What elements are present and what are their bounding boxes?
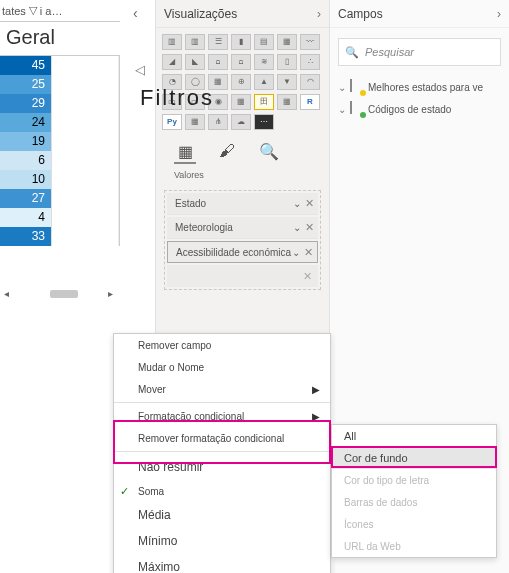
remove-field-icon[interactable]: ✕ [305, 221, 314, 234]
line-clustered-icon[interactable]: ⩍ [231, 54, 251, 70]
sort-icon: a… [45, 5, 62, 17]
slicer-icon[interactable]: ▦ [231, 94, 251, 110]
menu-remove-conditional-formatting[interactable]: Remover formatação condicional▶ [114, 427, 330, 449]
table-row[interactable]: 45 [0, 56, 119, 75]
check-icon: ✓ [120, 485, 129, 498]
line-column-icon[interactable]: ⩍ [208, 54, 228, 70]
stacked-area-icon[interactable]: ◣ [185, 54, 205, 70]
table-visual-icon[interactable]: 田 [254, 94, 274, 110]
collapse-viz-icon[interactable]: ‹ [133, 5, 149, 21]
r-visual-icon[interactable]: R [300, 94, 320, 110]
table-row[interactable]: 27 [0, 189, 119, 208]
focus-mode-icon[interactable]: ◁ [135, 62, 145, 77]
qa-icon[interactable]: ☁ [231, 114, 251, 130]
funnel-icon[interactable]: ▼ [277, 74, 297, 90]
table-entry-melhores[interactable]: ⌄ Melhores estados para ve [330, 76, 509, 98]
menu-rename[interactable]: Mudar o Nome [114, 356, 330, 378]
chevron-down-icon[interactable]: ⌄ [293, 198, 301, 209]
fieldwell-item-estado[interactable]: Estado ⌄✕ [167, 193, 318, 215]
multi-card-icon[interactable]: ▭ [185, 94, 205, 110]
filled-map-icon[interactable]: ▲ [254, 74, 274, 90]
python-visual-icon[interactable]: Py [162, 114, 182, 130]
filter-icon: ▽ [29, 4, 37, 17]
key-influencers-icon[interactable]: ▦ [185, 114, 205, 130]
more-visuals-icon[interactable]: ⋯ [254, 114, 274, 130]
stacked-column-icon[interactable]: ▥ [185, 34, 205, 50]
values-field-well[interactable]: Estado ⌄✕ Meteorologia ⌄✕ Acessibilidade… [164, 190, 321, 290]
matrix-icon[interactable]: ▦ [277, 94, 297, 110]
clustered-column-icon[interactable]: ▮ [231, 34, 251, 50]
table-label: Melhores estados para ve [368, 82, 483, 93]
fieldwell-empty-slot[interactable]: ✕ [167, 265, 318, 287]
viz-pane-title: Visualizações [164, 7, 237, 21]
expand-icon[interactable]: › [317, 7, 321, 21]
scatter-icon[interactable]: ∴ [300, 54, 320, 70]
fieldwell-item-acessibilidade[interactable]: Acessibilidade económica ⌄✕ [167, 241, 318, 263]
chevron-down-icon[interactable]: ⌄ [292, 247, 300, 258]
pie-icon[interactable]: ◔ [162, 74, 182, 90]
cell-value: 33 [0, 227, 52, 246]
menu-no-summarize[interactable]: Não resumir [114, 454, 330, 480]
fieldwell-label: Meteorologia [175, 222, 233, 233]
cell-value: 24 [0, 113, 52, 132]
chevron-down-icon[interactable]: ⌄ [293, 222, 301, 233]
remove-field-icon[interactable]: ✕ [305, 197, 314, 210]
fields-tab-icon[interactable]: ▦ [174, 142, 196, 164]
menu-conditional-formatting[interactable]: Formatação condicional▶ [114, 405, 330, 427]
stacked-bar-icon[interactable]: ▥ [162, 34, 182, 50]
table-row[interactable]: 6 [0, 151, 119, 170]
table-row[interactable]: 4 [0, 208, 119, 227]
fieldwell-item-meteorologia[interactable]: Meteorologia ⌄✕ [167, 217, 318, 239]
menu-sum[interactable]: ✓Soma [114, 480, 330, 502]
fieldwell-label: Acessibilidade económica [176, 247, 291, 258]
ribbon-icon[interactable]: ≋ [254, 54, 274, 70]
scroll-left-icon[interactable]: ◂ [4, 288, 9, 299]
gauge-icon[interactable]: ◠ [300, 74, 320, 90]
submenu-arrow-icon: ▶ [312, 411, 320, 422]
scrollbar-thumb[interactable] [50, 290, 78, 298]
menu-maximum[interactable]: Máximo [114, 554, 330, 573]
donut-icon[interactable]: ◯ [185, 74, 205, 90]
card-icon[interactable]: ▭ [162, 94, 182, 110]
cell-value: 19 [0, 132, 52, 151]
menu-remove-field[interactable]: Remover campo [114, 334, 330, 356]
full-column-icon[interactable]: ▦ [277, 34, 297, 50]
map-icon[interactable]: ⊕ [231, 74, 251, 90]
kpi-icon[interactable]: ◉ [208, 94, 228, 110]
table-row[interactable]: 25 [0, 75, 119, 94]
data-grid-column: tates ▽ i a… Geral 45 25 29 24 19 6 10 2… [0, 0, 120, 246]
cell-value: 6 [0, 151, 52, 170]
analytics-tab-icon[interactable]: 🔍 [258, 142, 280, 164]
remove-field-icon[interactable]: ✕ [304, 246, 313, 259]
column-header[interactable]: tates ▽ i a… [0, 0, 120, 22]
fields-pane-title: Campos [338, 7, 383, 21]
expand-icon[interactable]: › [497, 7, 501, 21]
scroll-right-icon[interactable]: ▸ [108, 288, 113, 299]
decomposition-icon[interactable]: ⋔ [208, 114, 228, 130]
full-bar-icon[interactable]: ▤ [254, 34, 274, 50]
treemap-icon[interactable]: ▦ [208, 74, 228, 90]
menu-average[interactable]: Média [114, 502, 330, 528]
format-tab-icon[interactable]: 🖌 [216, 142, 238, 164]
waterfall-icon[interactable]: ▯ [277, 54, 297, 70]
fields-pane-header: Campos › [330, 0, 509, 28]
menu-minimum[interactable]: Mínimo [114, 528, 330, 554]
cell-value: 45 [0, 56, 52, 75]
remove-field-icon[interactable]: ✕ [303, 270, 312, 283]
clustered-bar-icon[interactable]: ☰ [208, 34, 228, 50]
line-chart-icon[interactable]: 〰 [300, 34, 320, 50]
submenu-background-color[interactable]: Cor de fundo [332, 447, 496, 469]
table-row[interactable]: 33 [0, 227, 119, 246]
geral-header: Geral [0, 22, 120, 56]
table-row[interactable]: 10 [0, 170, 119, 189]
menu-move[interactable]: Mover▶ [114, 378, 330, 400]
submenu-all[interactable]: All [332, 425, 496, 447]
submenu-arrow-icon: ▶ [312, 384, 320, 395]
table-row[interactable]: 29 [0, 94, 119, 113]
table-entry-codigos[interactable]: ⌄ Códigos de estado [330, 98, 509, 120]
fields-search-input[interactable]: 🔍 Pesquisar [338, 38, 501, 66]
submenu-font-color: Cor do tipo de letra [332, 469, 496, 491]
table-row[interactable]: 24 [0, 113, 119, 132]
area-chart-icon[interactable]: ◢ [162, 54, 182, 70]
table-row[interactable]: 19 [0, 132, 119, 151]
